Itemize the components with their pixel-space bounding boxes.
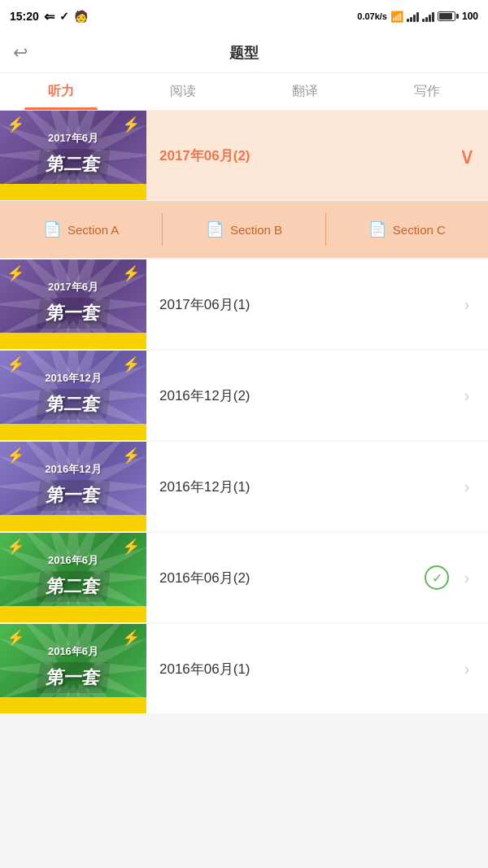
lightning-right-icon-3: ⚡	[122, 355, 140, 373]
yellow-band	[0, 184, 146, 200]
chevron-down-icon-2017-06-2: ∨	[452, 142, 481, 169]
status-bar: 15:20 ⇐ ✓ 🧑 0.07k/s 📶 100	[0, 0, 488, 33]
lightning-left-icon-4: ⚡	[7, 447, 24, 465]
wifi-icon: 📶	[390, 11, 403, 23]
document-icon-b: 📄	[206, 220, 224, 238]
item-label-2017-06-2: 2017年06月(2)	[146, 146, 452, 165]
yellow-band-5	[0, 606, 146, 622]
tab-listening[interactable]: 听力	[0, 73, 122, 110]
signal-bars-1	[407, 11, 419, 22]
lightning-left-icon-6: ⚡	[7, 629, 24, 647]
section-b-label: Section B	[230, 223, 282, 237]
list-item-2016-12-1[interactable]: ⚡ ⚡ 2016年12月 第一套 2016年12月(1) ›	[0, 442, 488, 531]
content-area: ⚡ ⚡ 2017年6月 第二套 2017年06月(2) ∨ 📄 Section …	[0, 111, 488, 713]
yellow-band-3	[0, 424, 146, 440]
lightning-right-icon-2: ⚡	[122, 264, 140, 282]
yellow-band-6	[0, 697, 146, 713]
thumbnail-2016-06-2: ⚡ ⚡ 2016年6月 第二套	[0, 533, 146, 622]
tab-writing[interactable]: 写作	[366, 73, 488, 110]
thumbnail-2017-06-2: ⚡ ⚡ 2017年6月 第二套	[0, 111, 146, 200]
list-item-2017-06-2[interactable]: ⚡ ⚡ 2017年6月 第二套 2017年06月(2) ∨	[0, 111, 488, 200]
yellow-band-2	[0, 333, 146, 349]
item-label-2016-06-1: 2016年06月(1)	[146, 660, 452, 678]
item-label-2016-06-2: 2016年06月(2)	[146, 569, 425, 587]
battery-icon	[438, 11, 459, 21]
status-right: 0.07k/s 📶 100	[357, 11, 478, 23]
lightning-right-icon-4: ⚡	[122, 447, 140, 465]
back-button[interactable]: ↩	[13, 42, 28, 63]
lightning-left-icon: ⚡	[7, 116, 24, 133]
chevron-right-icon-2016-12-1: ›	[452, 478, 481, 496]
section-c-item[interactable]: 📄 Section C	[326, 201, 488, 258]
signal-bars-2	[422, 11, 434, 22]
tab-translation[interactable]: 翻译	[244, 73, 366, 110]
item-label-2016-12-1: 2016年12月(1)	[146, 478, 452, 496]
thumbnail-2017-06-1: ⚡ ⚡ 2017年6月 第一套	[0, 260, 146, 349]
page-title: 题型	[229, 43, 259, 63]
list-item-2016-06-2[interactable]: ⚡ ⚡ 2016年6月 第二套 2016年06月(2) ✓ ›	[0, 533, 488, 622]
section-b-item[interactable]: 📄 Section B	[163, 201, 325, 258]
person-icon: 🧑	[74, 10, 88, 23]
lightning-left-icon-3: ⚡	[7, 355, 24, 373]
yellow-band-4	[0, 515, 146, 531]
thumbnail-2016-06-1: ⚡ ⚡ 2016年6月 第一套	[0, 624, 146, 713]
chevron-right-icon-2016-06-2: ›	[452, 569, 481, 587]
back-nav-icon: ⇐	[44, 9, 54, 24]
thumbnail-2016-12-1: ⚡ ⚡ 2016年12月 第一套	[0, 442, 146, 531]
section-a-item[interactable]: 📄 Section A	[0, 201, 162, 258]
lightning-left-icon-5: ⚡	[7, 538, 24, 556]
list-item-2017-06-1[interactable]: ⚡ ⚡ 2017年6月 第一套 2017年06月(1) ›	[0, 260, 488, 349]
network-speed: 0.07k/s	[357, 11, 387, 21]
item-label-2016-12-2: 2016年12月(2)	[146, 386, 452, 405]
lightning-right-icon-6: ⚡	[122, 629, 140, 647]
lightning-right-icon-5: ⚡	[122, 538, 140, 556]
document-icon-a: 📄	[43, 220, 61, 238]
completed-check-badge: ✓	[425, 565, 449, 590]
document-icon-c: 📄	[368, 220, 386, 238]
item-actions-2016-06-2: ✓ ›	[425, 565, 488, 590]
chevron-right-icon-2017-06-1: ›	[452, 295, 481, 314]
tab-reading[interactable]: 阅读	[122, 73, 244, 110]
list-item-2016-06-1[interactable]: ⚡ ⚡ 2016年6月 第一套 2016年06月(1) ›	[0, 624, 488, 713]
sections-row: 📄 Section A 📄 Section B 📄 Section C	[0, 201, 488, 258]
header: ↩ 题型	[0, 33, 488, 73]
status-time: 15:20	[10, 10, 39, 23]
section-c-label: Section C	[393, 223, 446, 237]
status-left: 15:20 ⇐ ✓ 🧑	[10, 9, 88, 24]
chevron-right-icon-2016-12-2: ›	[452, 386, 481, 405]
thumbnail-2016-12-2: ⚡ ⚡ 2016年12月 第二套	[0, 351, 146, 440]
tabs-bar: 听力 阅读 翻译 写作	[0, 73, 488, 111]
battery-level: 100	[462, 11, 478, 22]
check-icon: ✓	[59, 10, 69, 23]
lightning-right-icon: ⚡	[122, 116, 140, 133]
lightning-left-icon-2: ⚡	[7, 264, 24, 282]
section-a-label: Section A	[68, 223, 119, 237]
item-label-2017-06-1: 2017年06月(1)	[146, 295, 452, 314]
chevron-right-icon-2016-06-1: ›	[452, 660, 481, 678]
list-item-2016-12-2[interactable]: ⚡ ⚡ 2016年12月 第二套 2016年12月(2) ›	[0, 351, 488, 440]
